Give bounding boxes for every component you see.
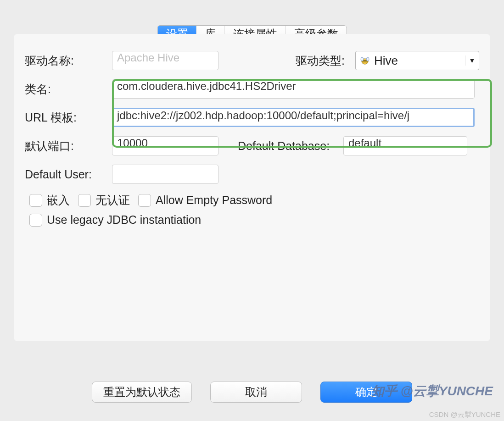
dropdown-arrow-icon: ▼ [465,55,475,66]
driver-type-value: Hive [374,54,465,68]
url-template-input[interactable]: jdbc:hive2://jz002.hdp.hadoop:10000/defa… [112,108,475,127]
use-legacy-jdbc-checkbox-label[interactable]: Use legacy JDBC instantiation [29,213,201,227]
reset-default-button[interactable]: 重置为默认状态 [92,382,192,403]
allow-empty-password-text: Allow Empty Password [156,194,272,207]
default-database-label: Default Database: [238,139,343,153]
use-legacy-jdbc-checkbox[interactable] [29,214,42,227]
default-port-input[interactable]: 10000 [112,136,218,155]
embedded-checkbox[interactable] [29,194,42,207]
default-user-input[interactable] [112,165,218,184]
hive-icon [359,55,370,66]
embedded-text: 嵌入 [47,193,70,208]
driver-type-label: 驱动类型: [296,53,355,68]
driver-type-select[interactable]: Hive ▼ [355,51,479,70]
no-auth-checkbox[interactable] [78,194,91,207]
class-name-input[interactable]: com.cloudera.hive.jdbc41.HS2Driver [112,79,475,99]
no-auth-checkbox-label[interactable]: 无认证 [78,193,130,208]
use-legacy-jdbc-text: Use legacy JDBC instantiation [47,213,201,227]
svg-point-1 [361,57,364,61]
watermark-footer: CSDN @云掣YUNCHE [429,410,500,419]
default-database-input[interactable]: default [343,136,467,155]
watermark-main: 知乎 @云掣YUNCHE [371,382,493,400]
default-port-label: 默认端口: [25,138,112,154]
default-user-label: Default User: [25,168,112,181]
class-name-label: 类名: [25,82,112,97]
cancel-button[interactable]: 取消 [210,382,302,403]
settings-panel: 驱动名称: Apache Hive 驱动类型: Hive ▼ 类名: [14,34,490,341]
allow-empty-password-checkbox-label[interactable]: Allow Empty Password [138,194,272,207]
url-template-label: URL 模板: [25,110,112,125]
driver-name-label: 驱动名称: [25,53,112,68]
allow-empty-password-checkbox[interactable] [138,194,151,207]
no-auth-text: 无认证 [95,193,130,208]
embedded-checkbox-label[interactable]: 嵌入 [29,193,70,208]
svg-point-2 [366,57,369,61]
driver-name-input[interactable]: Apache Hive [112,51,218,70]
